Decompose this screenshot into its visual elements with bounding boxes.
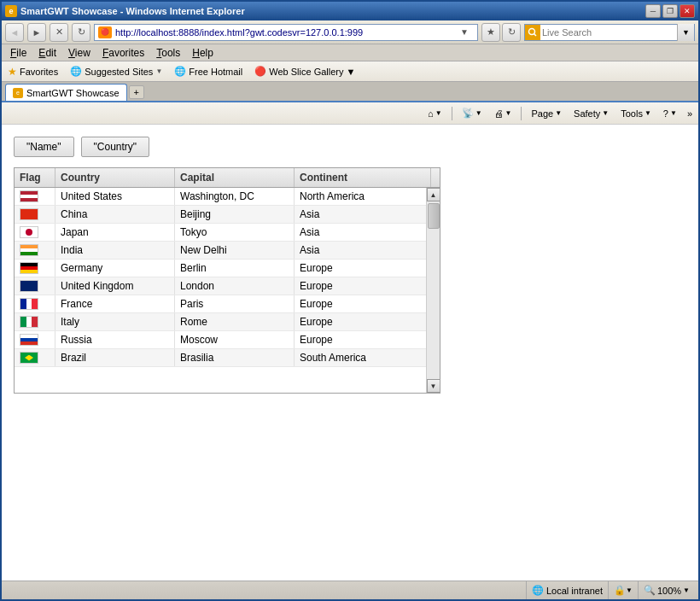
toolbar-expand-button[interactable]: » bbox=[685, 108, 695, 119]
suggested-sites-link[interactable]: 🌐 Suggested Sites ▼ bbox=[67, 65, 165, 78]
capital-cell: Washington, DC bbox=[175, 188, 295, 205]
feeds-icon: 📡 bbox=[462, 108, 474, 119]
search-go-button[interactable]: ▼ bbox=[677, 24, 694, 41]
scroll-up-button[interactable]: ▲ bbox=[427, 188, 440, 201]
favorites-button[interactable]: ★ Favorites bbox=[5, 65, 61, 79]
sort-by-name-button[interactable]: "Name" bbox=[14, 137, 74, 157]
menu-help[interactable]: Help bbox=[187, 46, 219, 60]
page-menu-button[interactable]: Page ▼ bbox=[527, 107, 566, 120]
flag-us-icon bbox=[20, 190, 38, 202]
flag-cell-in bbox=[15, 242, 55, 259]
capital-cell: Rome bbox=[175, 313, 295, 330]
status-bar: 🌐 Local intranet 🔒 ▼ 🔍 100% ▼ bbox=[2, 581, 698, 599]
add-to-favorites-button[interactable]: ★ bbox=[481, 23, 500, 42]
stop-button[interactable]: ✕ bbox=[50, 23, 68, 42]
capital-cell: Brasilia bbox=[175, 349, 295, 366]
new-tab-button[interactable]: + bbox=[129, 85, 144, 99]
zone-icon: 🌐 bbox=[532, 585, 544, 596]
country-cell: Russia bbox=[55, 331, 175, 348]
table-row[interactable]: Italy Rome Europe bbox=[15, 313, 440, 331]
menu-favorites[interactable]: Favorites bbox=[97, 46, 149, 60]
table-row[interactable]: Germany Berlin Europe bbox=[15, 260, 440, 277]
minimize-button[interactable]: ─ bbox=[645, 4, 661, 18]
country-cell: China bbox=[55, 206, 175, 223]
flag-in-icon bbox=[20, 244, 38, 256]
table-row[interactable]: India New Delhi Asia bbox=[15, 242, 440, 260]
web-slice-gallery-link[interactable]: 🔴 Web Slice Gallery ▼ bbox=[252, 65, 358, 78]
browser-window: e SmartGWT Showcase - Windows Internet E… bbox=[0, 0, 700, 601]
favorites-label: Favorites bbox=[20, 67, 58, 77]
table-row[interactable]: United States Washington, DC North Ameri… bbox=[15, 188, 440, 206]
search-bar[interactable]: ▼ bbox=[524, 24, 695, 41]
help-dropdown-icon: ▼ bbox=[670, 109, 677, 117]
table-row[interactable]: China Beijing Asia bbox=[15, 206, 440, 224]
web-slice-icon: 🔴 bbox=[254, 66, 266, 77]
close-button[interactable]: ✕ bbox=[680, 4, 695, 18]
back-button[interactable]: ◄ bbox=[5, 23, 24, 42]
table-row[interactable]: France Paris Europe bbox=[15, 295, 440, 313]
col-header-capital[interactable]: Capital bbox=[175, 168, 295, 187]
grid-scrollbar[interactable]: ▲ ▼ bbox=[426, 188, 440, 393]
country-cell: India bbox=[55, 242, 175, 259]
title-bar-controls: ─ ❐ ✕ bbox=[645, 4, 695, 18]
svg-line-1 bbox=[534, 33, 537, 36]
restore-button[interactable]: ❐ bbox=[662, 4, 678, 18]
address-bar[interactable]: 🔴 http://localhost:8888/index.html?gwt.c… bbox=[94, 24, 478, 41]
forward-button[interactable]: ► bbox=[27, 23, 46, 42]
safety-menu-button[interactable]: Safety ▼ bbox=[569, 107, 613, 120]
continent-cell: Europe bbox=[295, 277, 431, 295]
scroll-down-button[interactable]: ▼ bbox=[427, 379, 440, 393]
country-cell: France bbox=[55, 295, 175, 312]
col-header-scrollbar bbox=[431, 168, 445, 187]
menu-edit[interactable]: Edit bbox=[33, 46, 61, 60]
flag-cell-gb bbox=[15, 277, 55, 295]
col-header-flag[interactable]: Flag bbox=[15, 168, 55, 187]
continent-cell: Asia bbox=[295, 206, 431, 223]
capital-cell: Moscow bbox=[175, 331, 295, 348]
table-row[interactable]: Russia Moscow Europe bbox=[15, 331, 440, 349]
continent-cell: Europe bbox=[295, 295, 431, 312]
status-zoom-section: 🔍 100% ▼ bbox=[639, 581, 695, 599]
flag-fr-icon bbox=[20, 298, 38, 310]
search-input[interactable] bbox=[540, 27, 677, 38]
print-icon: 🖨 bbox=[494, 108, 504, 119]
menu-view[interactable]: View bbox=[63, 46, 96, 60]
home-button[interactable]: ⌂ ▼ bbox=[423, 107, 446, 120]
status-zone-section: 🌐 Local intranet bbox=[527, 581, 609, 599]
page-menu-dropdown-icon: ▼ bbox=[555, 109, 562, 117]
free-hotmail-label: Free Hotmail bbox=[189, 67, 242, 77]
menu-tools[interactable]: Tools bbox=[151, 46, 185, 60]
flag-gb-icon bbox=[20, 280, 38, 292]
browser-icon: e bbox=[5, 5, 17, 17]
feeds-button[interactable]: 📡 ▼ bbox=[458, 106, 487, 120]
scroll-thumb[interactable] bbox=[428, 203, 440, 229]
refresh-btn2[interactable]: ↻ bbox=[502, 23, 521, 42]
home-icon: ⌂ bbox=[428, 108, 434, 119]
hotmail-icon: 🌐 bbox=[174, 66, 186, 77]
status-main-section bbox=[5, 581, 527, 599]
sort-by-country-button[interactable]: "Country" bbox=[81, 137, 150, 157]
help-button[interactable]: ? ▼ bbox=[659, 107, 681, 120]
address-dropdown[interactable]: ▼ bbox=[460, 27, 474, 37]
zone-label: Local intranet bbox=[546, 586, 603, 596]
capital-cell: Berlin bbox=[175, 260, 295, 277]
col-header-country[interactable]: Country bbox=[55, 168, 175, 187]
title-bar: e SmartGWT Showcase - Windows Internet E… bbox=[2, 2, 698, 20]
table-row[interactable]: United Kingdom London Europe bbox=[15, 277, 440, 295]
window-title: SmartGWT Showcase - Windows Internet Exp… bbox=[20, 6, 245, 16]
refresh-button[interactable]: ↻ bbox=[72, 23, 90, 42]
country-cell: Brazil bbox=[55, 349, 175, 366]
menu-file[interactable]: File bbox=[5, 46, 32, 60]
flag-cell-br bbox=[15, 349, 55, 366]
table-row[interactable]: Japan Tokyo Asia bbox=[15, 224, 440, 242]
print-button[interactable]: 🖨 ▼ bbox=[490, 107, 516, 120]
suggested-sites-dropdown-icon: ▼ bbox=[155, 67, 162, 75]
security-icon: 🔒 bbox=[614, 585, 626, 596]
table-row[interactable]: Brazil Brasilia South America bbox=[15, 349, 440, 367]
country-cell: Japan bbox=[55, 224, 175, 241]
free-hotmail-link[interactable]: 🌐 Free Hotmail bbox=[172, 65, 245, 78]
col-header-continent[interactable]: Continent bbox=[295, 168, 431, 187]
tools-menu-button[interactable]: Tools ▼ bbox=[616, 107, 656, 120]
active-tab[interactable]: e SmartGWT Showcase bbox=[5, 84, 127, 101]
tools-dropdown-icon: ▼ bbox=[645, 109, 651, 117]
